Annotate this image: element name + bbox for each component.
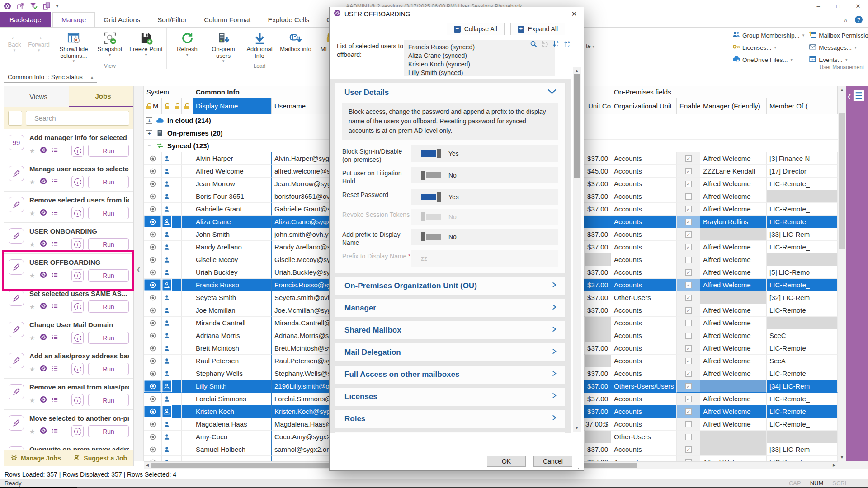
undo-icon[interactable]: [541, 40, 548, 49]
section-mail-delegation[interactable]: Mail Delegation: [335, 343, 566, 362]
open-panel-button[interactable]: ❮: [847, 89, 865, 103]
run-button[interactable]: Run: [88, 145, 129, 157]
mailbox-permissions-button[interactable]: Mailbox Permissions...▾: [809, 31, 868, 40]
user-details-header[interactable]: User Details: [335, 83, 565, 102]
toggle-switch[interactable]: [421, 149, 442, 158]
enabled-checkbox[interactable]: [685, 446, 692, 453]
search-icon[interactable]: [530, 40, 537, 49]
sort-ascending-icon[interactable]: AZ: [552, 40, 560, 49]
show-hide-columns-button[interactable]: Show/Hide columns...▾: [56, 28, 92, 63]
job-item[interactable]: Set selected users SAME AS...★iRun: [4, 285, 133, 316]
tab-explode-cells[interactable]: Explode Cells: [259, 12, 318, 27]
vscroll-thumb[interactable]: [839, 113, 845, 249]
column-header-lock[interactable]: [182, 98, 193, 114]
enabled-checkbox[interactable]: [685, 434, 692, 440]
job-item[interactable]: USER OFFBOARDING★iRun: [4, 254, 133, 285]
column-header-lock[interactable]: M.: [144, 98, 162, 114]
search-input[interactable]: [34, 114, 124, 122]
filter-button[interactable]: [8, 111, 22, 126]
job-item[interactable]: USER ONBOARDING★iRun: [4, 223, 133, 254]
tab-views[interactable]: Views: [4, 86, 69, 107]
scroll-right-icon[interactable]: ▶: [833, 463, 836, 467]
section-licenses[interactable]: Licenses: [335, 387, 566, 406]
collapse-ribbon-icon[interactable]: ∧: [844, 17, 848, 23]
enabled-checkbox[interactable]: [685, 257, 692, 263]
events-button[interactable]: Events...▾: [809, 55, 868, 64]
expand-box-icon[interactable]: +: [146, 117, 152, 124]
copy-columns-icon[interactable]: [43, 2, 51, 10]
enabled-checkbox[interactable]: [685, 231, 692, 238]
forward-button[interactable]: → Forward ▾: [27, 28, 51, 61]
section-full-access-on-other-mailboxes[interactable]: Full Access on other mailboxes: [335, 365, 566, 384]
sidebar-collapse-strip[interactable]: ❮: [134, 86, 144, 461]
info-button[interactable]: i: [71, 425, 84, 437]
scroll-down-icon[interactable]: ▼: [838, 455, 846, 460]
on-prem-users-button[interactable]: On-prem users▾: [205, 28, 241, 63]
column-header-lock[interactable]: [162, 98, 172, 114]
messages-button[interactable]: Messages...▾: [809, 43, 868, 52]
collapsed-side-panel[interactable]: ❮: [846, 86, 868, 461]
cancel-button[interactable]: Cancel: [533, 456, 572, 467]
collapse-box-icon[interactable]: −: [146, 143, 152, 149]
enabled-checkbox[interactable]: [685, 421, 692, 427]
job-item[interactable]: Add an alias/proxy address based ...★iRu…: [4, 347, 133, 379]
tab-jobs[interactable]: Jobs: [69, 86, 133, 107]
run-button[interactable]: Run: [88, 363, 129, 375]
tab-grid-actions[interactable]: Grid Actions: [95, 12, 149, 27]
prefix-input[interactable]: zz: [411, 250, 558, 267]
dialog-scroll-thumb[interactable]: [574, 74, 580, 178]
help-icon[interactable]: ?: [855, 16, 863, 23]
job-item[interactable]: Change User Mail Domain★iRun: [4, 316, 133, 347]
toggle-switch[interactable]: [421, 192, 442, 202]
enabled-checkbox[interactable]: [685, 206, 692, 212]
column-header-username[interactable]: Username: [272, 98, 337, 114]
freeze-point-button[interactable]: Freeze Point▾: [128, 28, 164, 63]
enabled-checkbox[interactable]: [685, 269, 692, 276]
search-box[interactable]: [26, 111, 129, 126]
enabled-checkbox[interactable]: [685, 333, 692, 339]
job-item[interactable]: Remove selected users from licens...★iRu…: [4, 192, 133, 223]
close-button[interactable]: ✕: [848, 0, 868, 12]
view-selector[interactable]: Common Info :: Sync status ▴: [4, 71, 97, 83]
run-button[interactable]: Run: [88, 300, 129, 313]
expand-all-button[interactable]: + Expand All: [510, 23, 565, 35]
tab-sort-filter[interactable]: Sort/Filter: [149, 12, 195, 27]
enabled-checkbox[interactable]: [685, 320, 692, 326]
refresh-button[interactable]: Refresh▾: [169, 28, 205, 63]
column-header-display-name[interactable]: Display Name: [193, 98, 272, 114]
run-button[interactable]: Run: [88, 394, 129, 406]
partial-button[interactable]: te ▾: [586, 42, 594, 49]
info-button[interactable]: i: [71, 176, 84, 188]
snapshot-button[interactable]: Snapshot▾: [92, 28, 128, 63]
run-button[interactable]: Run: [88, 207, 129, 219]
suggest-job-button[interactable]: Suggest a Job: [73, 454, 127, 463]
dialog-scrollbar[interactable]: ▲ ▼: [573, 67, 581, 432]
additional-info-button[interactable]: Additional Info: [241, 28, 278, 63]
filter-check-icon[interactable]: [30, 2, 38, 10]
expand-box-icon[interactable]: +: [146, 130, 152, 136]
column-header-enabled[interactable]: Enabled: [677, 98, 700, 114]
run-button[interactable]: Run: [88, 269, 129, 282]
section-manager[interactable]: Manager: [335, 299, 566, 318]
manage-jobs-button[interactable]: Manage Jobs: [10, 454, 61, 463]
info-button[interactable]: i: [71, 207, 84, 219]
group-membership-button[interactable]: Group Membership...▾: [732, 31, 804, 40]
ok-button[interactable]: OK: [487, 456, 526, 467]
enabled-checkbox[interactable]: [685, 408, 692, 415]
info-button[interactable]: i: [71, 332, 84, 344]
enabled-checkbox[interactable]: [685, 396, 692, 402]
licenses-button[interactable]: Licenses...▾: [732, 43, 804, 52]
run-button[interactable]: Run: [88, 425, 129, 437]
tab-column-format[interactable]: Column Format: [195, 12, 259, 27]
sort-descending-icon[interactable]: AZ: [564, 40, 571, 49]
enabled-checkbox[interactable]: [685, 193, 692, 200]
run-button[interactable]: Run: [88, 332, 129, 344]
enabled-checkbox[interactable]: [685, 282, 692, 288]
enabled-checkbox[interactable]: [685, 345, 692, 352]
section-shared-mailbox[interactable]: Shared Mailbox: [335, 321, 566, 340]
scroll-up-icon[interactable]: ▲: [573, 69, 581, 73]
column-header-unit-cost[interactable]: Unit Cos...: [585, 98, 611, 114]
section-groups[interactable]: Groups: [335, 432, 566, 433]
enabled-checkbox[interactable]: [685, 219, 692, 225]
maximize-button[interactable]: □: [828, 0, 848, 12]
